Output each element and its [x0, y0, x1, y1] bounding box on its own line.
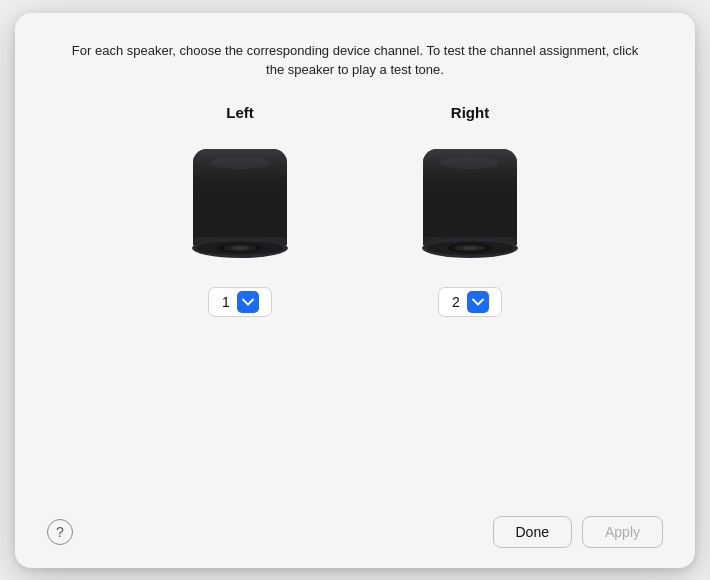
svg-rect-11	[423, 149, 517, 199]
left-speaker-icon[interactable]	[185, 141, 295, 271]
footer: ? Done Apply	[47, 504, 663, 548]
apply-button: Apply	[582, 516, 663, 548]
done-button[interactable]: Done	[493, 516, 572, 548]
left-channel-select[interactable]: 1	[208, 287, 272, 317]
svg-rect-1	[193, 149, 287, 199]
instruction-text: For each speaker, choose the correspondi…	[47, 41, 663, 80]
left-speaker-column: Left	[185, 104, 295, 317]
right-speaker-label: Right	[451, 104, 489, 121]
svg-point-18	[462, 246, 478, 250]
speakers-row: Left	[47, 104, 663, 504]
speaker-channel-dialog: For each speaker, choose the correspondi…	[15, 13, 695, 568]
svg-point-9	[210, 157, 270, 169]
left-channel-value: 1	[219, 294, 233, 310]
left-speaker-label: Left	[226, 104, 254, 121]
left-channel-dropdown-btn[interactable]	[237, 291, 259, 313]
footer-actions: Done Apply	[493, 516, 664, 548]
right-channel-value: 2	[449, 294, 463, 310]
svg-point-8	[232, 246, 248, 250]
svg-point-19	[440, 157, 500, 169]
right-channel-dropdown-btn[interactable]	[467, 291, 489, 313]
right-speaker-column: Right	[415, 104, 525, 317]
right-channel-select[interactable]: 2	[438, 287, 502, 317]
help-button[interactable]: ?	[47, 519, 73, 545]
right-speaker-icon[interactable]	[415, 141, 525, 271]
